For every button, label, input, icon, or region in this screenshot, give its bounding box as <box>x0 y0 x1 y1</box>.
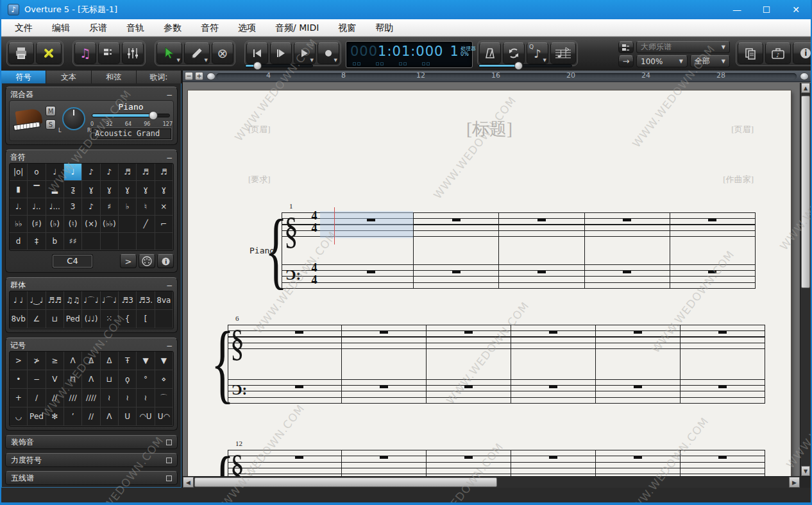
palette-cell[interactable]: ♩⌒♩ <box>101 291 119 310</box>
palette-cell[interactable]: b <box>46 233 64 250</box>
palette-cell[interactable]: ° <box>137 370 155 389</box>
play-note-button[interactable]: > <box>120 254 137 268</box>
palette-cell[interactable]: ▂ <box>46 181 64 198</box>
palette-cell[interactable]: ♭♭ <box>10 216 28 233</box>
palette-cell[interactable]: ∕∕∕ <box>64 389 82 407</box>
palette-cell[interactable]: Λ <box>64 352 82 370</box>
score-canvas[interactable]: [页眉] [页眉] [标题] [要求] [作曲家] {1§Ɔ:4444Piano… <box>183 83 811 476</box>
palette-cell[interactable]: ⊔ <box>46 310 64 329</box>
palette-cell[interactable]: ∕∕∕∕ <box>82 389 100 407</box>
palette-cell[interactable]: ♬ <box>137 164 155 181</box>
minimize-button[interactable]: — <box>722 0 752 19</box>
palette-cell[interactable]: ♪ <box>82 198 100 216</box>
menu-item-5[interactable]: 音符 <box>191 19 228 36</box>
palette-cell[interactable]: ⁙ <box>101 310 119 329</box>
palette-cell[interactable]: ♩ ♩ <box>10 291 28 310</box>
palette-cell[interactable]: ɣ <box>155 181 173 198</box>
library-button[interactable]: ♪ <box>765 42 791 64</box>
palette-cell[interactable]: ⌐ <box>155 216 173 233</box>
palette-cell[interactable]: Δ <box>82 352 100 370</box>
collapse-icon[interactable]: − <box>166 341 173 350</box>
palette-cell[interactable]: ♪ <box>101 164 119 181</box>
tab-2[interactable]: 和弦 <box>92 71 137 83</box>
quantize-button[interactable]: Q ♪ ▼ <box>527 42 548 64</box>
palette-cell[interactable] <box>119 233 137 250</box>
tab-0[interactable]: 符号 <box>1 71 46 83</box>
info-button[interactable]: i <box>793 42 812 64</box>
ruler-knob-right[interactable] <box>800 73 809 80</box>
tempo-slider[interactable] <box>478 64 572 67</box>
palette-cell[interactable]: ‡ <box>28 233 46 250</box>
palette-cell[interactable]: ▼ <box>137 352 155 370</box>
rewind-button[interactable] <box>246 42 268 64</box>
palette-cell[interactable]: ’ <box>64 407 82 426</box>
palette-cell[interactable]: ≯ <box>28 352 46 370</box>
menu-item-9[interactable]: 帮助 <box>366 19 403 36</box>
palette-cell[interactable] <box>155 233 173 250</box>
copy-pages-button[interactable] <box>738 42 763 64</box>
volume-slider[interactable] <box>92 114 170 117</box>
vertical-scroll-thumb[interactable] <box>801 96 810 288</box>
palette-cell[interactable]: − <box>28 370 46 389</box>
select-tool-button[interactable]: ▼ <box>156 42 182 64</box>
menu-item-3[interactable]: 音轨 <box>117 19 154 36</box>
palette-cell[interactable]: U◠ <box>155 407 173 426</box>
palette-cell[interactable]: { <box>119 310 137 329</box>
palette-cell[interactable] <box>82 233 100 250</box>
palette-cell[interactable] <box>119 216 137 233</box>
palette-cell[interactable]: (♮) <box>64 216 82 233</box>
palette-cell[interactable]: 3 <box>64 198 82 216</box>
score-page[interactable]: [页眉] [页眉] [标题] [要求] [作曲家] {1§Ɔ:4444Piano… <box>188 90 791 476</box>
metronome-button[interactable] <box>479 42 501 64</box>
collapsed-panel-0[interactable]: 装饰音 <box>5 435 178 449</box>
zoom-in-button[interactable]: + <box>195 72 203 80</box>
zoom-out-button[interactable]: − <box>185 72 193 80</box>
palette-cell[interactable]: ♯♯ <box>64 233 82 250</box>
palette-cell[interactable]: ♩... <box>46 198 64 216</box>
palette-cell[interactable]: ♩‿♩ <box>28 291 46 310</box>
menu-item-7[interactable]: 音频/ MIDI <box>266 19 328 36</box>
collapse-icon[interactable]: − <box>166 153 173 162</box>
track-view-button[interactable] <box>618 41 634 53</box>
menu-item-4[interactable]: 参数 <box>154 19 191 36</box>
palette-cell[interactable]: ⋄ <box>155 370 173 389</box>
expand-icon[interactable] <box>166 440 172 445</box>
clef-settings-button[interactable] <box>550 42 576 64</box>
palette-cell[interactable]: ⌒ <box>155 389 173 407</box>
palette-cell[interactable]: (♭) <box>46 216 64 233</box>
maximize-button[interactable]: ☐ <box>752 0 781 19</box>
palette-cell[interactable]: ⊔ <box>101 370 119 389</box>
palette-cell[interactable]: (♯) <box>28 216 46 233</box>
palette-cell[interactable]: ╱ <box>137 216 155 233</box>
palette-cell[interactable]: ▼ <box>155 352 173 370</box>
tab-3[interactable]: 歌词: <box>137 71 182 83</box>
palette-cell[interactable]: Ŧ <box>119 352 137 370</box>
loop-button[interactable] <box>503 42 525 64</box>
palette-cell[interactable]: |o| <box>10 164 28 181</box>
palette-cell[interactable] <box>155 310 173 329</box>
palette-cell[interactable]: ∠ <box>28 310 46 329</box>
palette-cell[interactable]: ♩ <box>46 164 64 181</box>
notation-button[interactable]: ♫ <box>74 42 96 64</box>
tools-button[interactable] <box>36 42 62 64</box>
palette-cell[interactable]: ▔ <box>28 181 46 198</box>
palette-cell[interactable]: ♭ <box>119 198 137 216</box>
palette-cell[interactable]: ♪ <box>82 164 100 181</box>
expand-icon[interactable] <box>166 475 172 481</box>
palette-cell[interactable]: 8va <box>155 291 173 310</box>
menu-item-0[interactable]: 文件 <box>5 19 42 36</box>
play-button[interactable]: ▼ <box>294 42 316 64</box>
tempo-hint[interactable]: [要求] <box>248 174 271 185</box>
palette-cell[interactable]: ɣ <box>82 181 100 198</box>
menu-item-8[interactable]: 视窗 <box>328 19 366 36</box>
ruler-strip[interactable]: 481216202428 <box>216 73 797 80</box>
palette-cell[interactable]: ♬3. <box>137 291 155 310</box>
palette-cell[interactable]: + <box>10 389 28 407</box>
print-button[interactable] <box>8 42 34 64</box>
collapse-icon[interactable]: − <box>166 90 173 99</box>
menu-item-6[interactable]: 选项 <box>228 19 266 36</box>
palette-cell[interactable]: ♬ <box>119 164 137 181</box>
palette-cell[interactable]: Ped <box>28 407 46 426</box>
scroll-left-arrow[interactable]: ◀ <box>183 477 194 488</box>
palette-cell[interactable]: ɣ <box>119 181 137 198</box>
